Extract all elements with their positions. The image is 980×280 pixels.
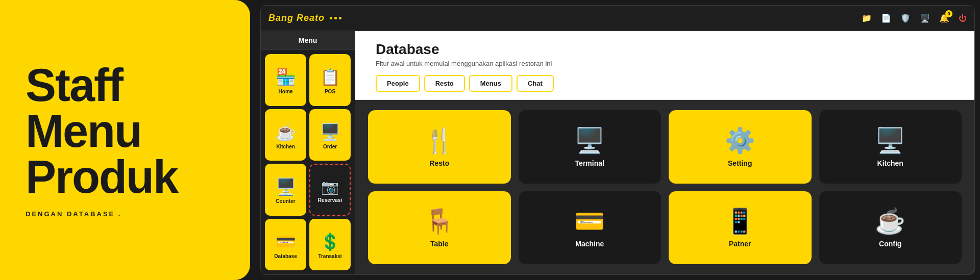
grid-label-resto: Resto (429, 159, 449, 167)
sidebar-label-order: Order (323, 144, 337, 149)
grid-card-patner[interactable]: 📱 Patner (669, 191, 812, 265)
resto-icon: 🍴 (424, 126, 455, 155)
grid-label-patner: Patner (729, 240, 751, 248)
grid-label-config: Config (879, 240, 901, 248)
database-subtitle: Fitur awal untuk memulai menggunakan apl… (376, 60, 954, 67)
app-logo: Bang Reato (268, 13, 325, 23)
title-bar: Bang Reato 📁 📄 🛡️ 🖥️ 🔔 0 ⏻ (261, 6, 974, 31)
sidebar-item-database[interactable]: 💳 Database (265, 219, 306, 271)
title-bar-icons: 📁 📄 🛡️ 🖥️ 🔔 0 ⏻ (862, 13, 967, 23)
sidebar-item-home[interactable]: 🏪 Home (265, 54, 306, 106)
grid-label-setting: Setting (728, 159, 752, 167)
sidebar-item-transaksi[interactable]: 💲 Transaksi (309, 219, 351, 271)
reservasi-icon: 📷 (321, 179, 339, 195)
dot-2 (334, 17, 337, 19)
sidebar-item-kitchen[interactable]: ☕ Kitchen (265, 109, 306, 161)
monitor-icon[interactable]: 🖥️ (920, 13, 930, 23)
sidebar-header: Menu (261, 31, 355, 50)
grid-card-table[interactable]: 🪑 Table (368, 191, 511, 265)
grid-label-machine: Machine (575, 240, 604, 248)
left-panel: StaffMenuProduk DENGAN DATABASE . (0, 0, 250, 280)
counter-icon: 🖥️ (276, 177, 296, 196)
database-grid: 🍴 Resto 🖥️ Terminal ⚙️ Setting 🖥️ Kitche… (355, 100, 974, 274)
notification-badge-count: 0 (945, 10, 952, 17)
sidebar: Menu 🏪 Home 📋 POS ☕ Kitchen (261, 31, 355, 274)
database-tabs: People Resto Menus Chat (376, 75, 954, 92)
grid-card-terminal[interactable]: 🖥️ Terminal (519, 110, 662, 184)
dot-1 (330, 17, 332, 19)
app-window: Bang Reato 📁 📄 🛡️ 🖥️ 🔔 0 ⏻ (260, 5, 975, 275)
pos-icon: 📋 (320, 67, 340, 87)
bell-icon[interactable]: 🔔 0 (939, 13, 949, 23)
sidebar-item-pos[interactable]: 📋 POS (309, 54, 351, 106)
tab-menus[interactable]: Menus (469, 75, 512, 92)
database-title: Database (376, 41, 954, 58)
shield-icon[interactable]: 🛡️ (900, 13, 911, 23)
sidebar-item-order[interactable]: 🖥️ Order (309, 109, 351, 161)
title-dots (330, 17, 341, 19)
database-area: Database Fitur awal untuk memulai menggu… (355, 31, 974, 274)
kitchen-grid-icon: 🖥️ (875, 126, 905, 155)
terminal-icon: 🖥️ (574, 126, 605, 155)
sidebar-label-counter: Counter (276, 198, 295, 204)
database-icon: 💳 (276, 232, 296, 251)
setting-icon: ⚙️ (725, 126, 755, 155)
sidebar-grid: 🏪 Home 📋 POS ☕ Kitchen 🖥️ Order (261, 50, 355, 274)
kitchen-icon: ☕ (276, 122, 296, 142)
patner-icon: 📱 (725, 207, 755, 236)
hero-subtitle: DENGAN DATABASE . (26, 210, 225, 218)
order-icon: 🖥️ (320, 122, 340, 142)
table-icon: 🪑 (424, 207, 455, 236)
folder-icon[interactable]: 📁 (862, 13, 872, 23)
tab-chat[interactable]: Chat (517, 75, 554, 92)
database-header: Database Fitur awal untuk memulai menggu… (355, 31, 974, 100)
sidebar-label-home: Home (279, 89, 293, 94)
sidebar-item-counter[interactable]: 🖥️ Counter (265, 164, 306, 216)
tab-resto[interactable]: Resto (424, 75, 465, 92)
grid-label-kitchen: Kitchen (877, 159, 903, 167)
sidebar-label-kitchen: Kitchen (276, 144, 295, 149)
sidebar-label-transaksi: Transaksi (318, 253, 341, 259)
machine-icon: 💳 (574, 207, 605, 236)
power-icon[interactable]: ⏻ (959, 14, 967, 23)
document-icon[interactable]: 📄 (881, 13, 891, 23)
right-panel: Bang Reato 📁 📄 🛡️ 🖥️ 🔔 0 ⏻ (250, 0, 980, 280)
grid-card-resto[interactable]: 🍴 Resto (368, 110, 511, 184)
main-content: Menu 🏪 Home 📋 POS ☕ Kitchen (261, 31, 974, 274)
home-icon: 🏪 (276, 67, 296, 87)
sidebar-item-reservasi[interactable]: 📷 Reservasi (309, 164, 351, 216)
grid-card-kitchen[interactable]: 🖥️ Kitchen (819, 110, 962, 184)
sidebar-label-database: Database (274, 253, 297, 259)
dot-3 (339, 17, 341, 19)
grid-card-setting[interactable]: ⚙️ Setting (669, 110, 812, 184)
transaksi-icon: 💲 (320, 232, 340, 251)
grid-label-terminal: Terminal (575, 159, 604, 167)
config-icon: ☕ (875, 207, 905, 236)
sidebar-label-pos: POS (325, 89, 335, 94)
grid-label-table: Table (430, 240, 449, 248)
hero-title: StaffMenuProduk (26, 62, 225, 200)
sidebar-label-reservasi: Reservasi (318, 197, 342, 203)
tab-people[interactable]: People (376, 75, 420, 92)
grid-card-config[interactable]: ☕ Config (819, 191, 962, 265)
grid-card-machine[interactable]: 💳 Machine (519, 191, 662, 265)
